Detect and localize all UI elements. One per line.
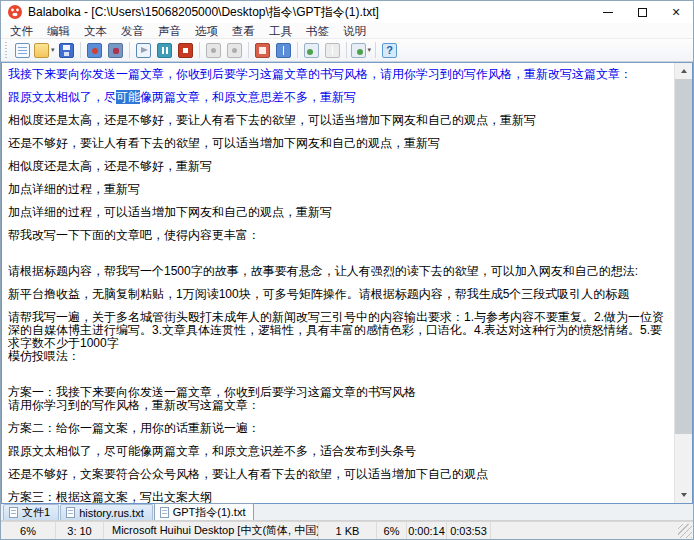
stop-button[interactable] <box>175 40 196 60</box>
new-file-button[interactable] <box>12 40 33 60</box>
voice-dictionary-button[interactable]: ▾ <box>350 40 373 60</box>
menu-view[interactable]: 查看 <box>225 23 262 39</box>
toolbar-separator <box>80 42 81 58</box>
add-dictionary-icon <box>304 43 319 58</box>
toolbar-grip[interactable] <box>5 42 10 58</box>
split-audio-button[interactable] <box>105 40 126 60</box>
balabolka-window: Balabolka - [C:\Users\15068205000\Deskto… <box>0 0 694 540</box>
close-icon: × <box>672 5 680 19</box>
editor-line: 相似度还是太高，还是不够好，重新写 <box>8 160 672 173</box>
chevron-up-icon <box>681 69 687 73</box>
editor-line: 请帮我写一遍，关于多名城管街头殴打未成年人的新闻改写三引号中的内容输出要求：1.… <box>8 311 672 350</box>
minimize-button[interactable] <box>591 1 625 23</box>
status-voice-name: Microsoft Huihui Desktop [中文(简体, 中国)] <box>104 522 319 539</box>
add-dictionary-button[interactable] <box>301 40 322 60</box>
play-icon <box>136 43 151 58</box>
editor-line: 加点详细的过程，重新写 <box>8 183 672 196</box>
toolbar-separator <box>199 42 200 58</box>
status-empty <box>491 522 678 539</box>
menu-tools[interactable]: 工具 <box>262 23 299 39</box>
toolbar-separator <box>129 42 130 58</box>
maximize-icon <box>638 8 647 17</box>
editor-line-text: 像两篇文章，和原文意思差不多，重新写 <box>140 90 356 104</box>
dictionary-button[interactable] <box>273 40 294 60</box>
menu-speech[interactable]: 发音 <box>114 23 151 39</box>
editor: 我接下来要向你发送一篇文章，你收到后要学习这篇文章的书写风格，请用你学习到的写作… <box>1 62 693 504</box>
status-file-size: 1 KB <box>319 522 377 539</box>
editor-line: 帮我改写一下下面的文章吧，使得内容更丰富： <box>8 229 672 242</box>
minimize-icon <box>603 12 613 13</box>
editor-line: 跟原文太相似了，尽可能像两篇文章，和原文意识差不多，适合发布到头条号 <box>8 445 672 458</box>
menu-text[interactable]: 文本 <box>77 23 114 39</box>
menu-file[interactable]: 文件 <box>3 23 40 39</box>
editor-text-area[interactable]: 我接下来要向你发送一篇文章，你收到后要学习这篇文章的书写风格，请用你学习到的写作… <box>2 63 674 503</box>
new-file-icon <box>15 43 30 58</box>
dictionary-icon <box>276 43 291 58</box>
menu-options[interactable]: 选项 <box>188 23 225 39</box>
status-position-percent: 6% <box>377 522 407 539</box>
menu-edit[interactable]: 编辑 <box>40 23 77 39</box>
status-bar: 6%3: 10Microsoft Huihui Desktop [中文(简体, … <box>1 521 693 539</box>
vertical-scrollbar[interactable] <box>674 63 692 503</box>
toolbar-separator <box>248 42 249 58</box>
file-tab[interactable]: history.rus.txt <box>60 504 153 520</box>
editor-line: 请根据标题内容，帮我写一个1500字的故事，故事要有悬念，让人有强烈的读下去的欲… <box>8 265 672 278</box>
record-icon <box>206 43 221 58</box>
scrollbar-thumb[interactable] <box>675 79 692 434</box>
editor-line: 跟原文太相似了，尽可能像两篇文章，和原文意思差不多，重新写 <box>8 91 672 104</box>
dictionary-disabled-icon <box>325 43 340 58</box>
file-tab[interactable]: GPT指令(1).txt <box>154 503 255 520</box>
stop-icon <box>178 43 193 58</box>
scrollbar-track[interactable] <box>675 79 692 487</box>
play-button[interactable] <box>133 40 154 60</box>
title-bar: Balabolka - [C:\Users\15068205000\Deskto… <box>1 1 693 23</box>
open-file-button[interactable]: ▾ <box>33 40 56 60</box>
pause-icon <box>157 43 172 58</box>
editor-line-text: 跟原文太相似了，尽 <box>8 90 116 104</box>
record-save-button <box>224 40 245 60</box>
pause-button[interactable] <box>154 40 175 60</box>
window-controls: × <box>591 1 693 23</box>
file-tab[interactable]: 文件1 <box>3 504 59 520</box>
editor-line: 还是不够好，要让人有看下去的欲望，可以适当增加下网友和自己的观点，重新写 <box>8 137 672 150</box>
split-audio-icon <box>108 43 123 58</box>
balabolka-app-icon <box>7 4 23 20</box>
pronunciation-dictionary-button[interactable] <box>252 40 273 60</box>
menu-voice[interactable]: 声音 <box>151 23 188 39</box>
save-file-icon <box>59 43 74 58</box>
menu-bookmarks[interactable]: 书签 <box>299 23 336 39</box>
save-audio-icon <box>87 43 102 58</box>
editor-line: 方案二：给你一篇文案，用你的话重新说一遍： <box>8 422 672 435</box>
dictionary-disabled-button <box>322 40 343 60</box>
record-button <box>203 40 224 60</box>
help-icon <box>382 43 397 58</box>
editor-line: 相似度还是太高，还是不够好，要让人有看下去的欲望，可以适当增加下网友和自己的观点… <box>8 114 672 127</box>
editor-line: 请用你学习到的写作风格，重新改写这篇文章： <box>8 399 672 412</box>
status-speech-progress: 6% <box>1 522 56 539</box>
help-button[interactable] <box>379 40 400 60</box>
editor-line: 我接下来要向你发送一篇文章，你收到后要学习这篇文章的书写风格，请用你学习到的写作… <box>8 68 672 81</box>
toolbar-separator <box>297 42 298 58</box>
window-title: Balabolka - [C:\Users\15068205000\Deskto… <box>28 4 379 21</box>
tab-label: history.rus.txt <box>79 507 144 519</box>
save-file-button[interactable] <box>56 40 77 60</box>
toolbar-separator <box>346 42 347 58</box>
resize-grip-icon[interactable] <box>678 524 692 538</box>
editor-line: 方案三：根据这篇文案，写出文案大纲 <box>8 491 672 503</box>
menu-bar: 文件编辑文本发音声音选项查看工具书签说明 <box>1 23 693 39</box>
status-total-time: 0:03:53 <box>447 522 491 539</box>
scroll-up-button[interactable] <box>675 63 692 79</box>
menu-help[interactable]: 说明 <box>336 23 373 39</box>
document-icon <box>66 507 75 518</box>
editor-line: 模仿投喂法： <box>8 350 672 363</box>
scroll-down-button[interactable] <box>675 487 692 503</box>
record-save-icon <box>227 43 242 58</box>
pronunciation-dictionary-icon <box>255 43 270 58</box>
document-icon <box>160 507 169 518</box>
editor-line: 还是不够好，文案要符合公众号风格，要让人有看下去的欲望，可以适当增加下自己的观点 <box>8 468 672 481</box>
selected-text: 可能 <box>116 90 140 104</box>
close-button[interactable]: × <box>659 1 693 23</box>
maximize-button[interactable] <box>625 1 659 23</box>
open-file-icon <box>34 43 49 58</box>
save-audio-button[interactable] <box>84 40 105 60</box>
